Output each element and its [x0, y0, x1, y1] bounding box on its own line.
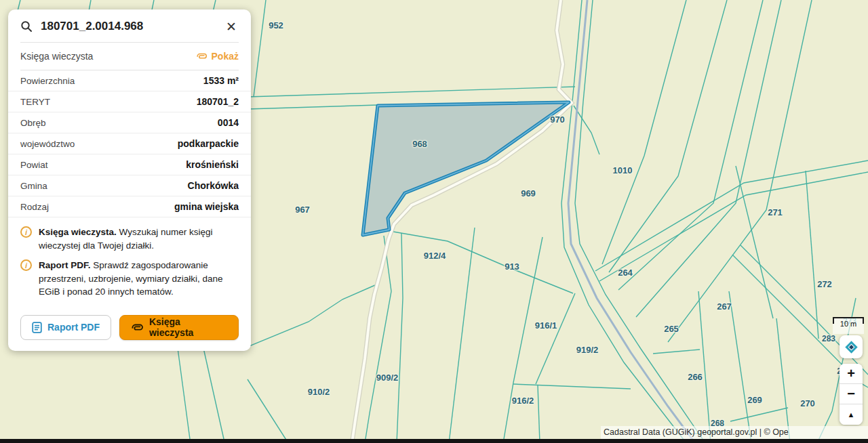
attribute-row: Obręb0014	[8, 112, 251, 133]
attribute-label: Powierzchnia	[20, 76, 203, 86]
attribute-row: TERYT180701_2	[8, 91, 251, 112]
pan-up-button[interactable]: ▲	[840, 404, 863, 425]
attribute-value: 180701_2	[197, 96, 239, 107]
scale-tick	[833, 318, 834, 324]
map-zoom-controls: + − ▲	[840, 364, 863, 425]
parcel-attributes: Powierzchnia1533 m²TERYT180701_2Obręb001…	[8, 70, 251, 217]
scale-bar: 10 m	[833, 317, 864, 334]
attribute-label: Rodzaj	[20, 202, 174, 212]
paperclip-icon	[131, 323, 144, 332]
scale-label: 10 m	[840, 320, 856, 328]
attribute-row: GminaChorkówka	[8, 175, 251, 196]
ksiega-wieczysta-label: Księga wieczysta	[149, 316, 227, 338]
map-viewport[interactable]: 9529709681010969967271912/49132642722672…	[0, 0, 868, 443]
attribute-row: Powiatkrośnieński	[8, 154, 251, 175]
attribute-value: podkarpackie	[178, 138, 239, 149]
attribute-value: 0014	[218, 117, 239, 128]
attribute-label: województwo	[20, 139, 178, 149]
attribute-row: województwopodkarpackie	[8, 133, 251, 154]
locate-button[interactable]	[840, 335, 863, 358]
info-note-text: Raport PDF. Sprawdź zagospodarowanie prz…	[39, 259, 239, 299]
attribute-value: Chorkówka	[188, 180, 239, 191]
document-icon	[32, 322, 42, 333]
bottom-black-bar	[0, 439, 868, 443]
kw-show-label: Pokaż	[212, 51, 239, 62]
panel-header: 180701_2.0014.968 ✕	[8, 9, 251, 42]
paperclip-icon	[196, 52, 208, 60]
parcel-info-panel: 180701_2.0014.968 ✕ Księga wieczysta Pok…	[8, 9, 251, 351]
kw-show-link[interactable]: Pokaż	[196, 51, 239, 62]
info-icon: i	[20, 259, 32, 271]
attribute-label: Obręb	[20, 118, 218, 128]
zoom-out-button[interactable]: −	[840, 384, 863, 404]
attribute-label: Gmina	[20, 181, 188, 191]
info-note: iRaport PDF. Sprawdź zagospodarowanie pr…	[20, 259, 239, 299]
attribute-row: Powierzchnia1533 m²	[8, 70, 251, 91]
scale-tick	[863, 318, 864, 324]
report-pdf-label: Raport PDF	[47, 322, 100, 333]
info-note: iKsięga wieczysta. Wyszukaj numer księgi…	[20, 226, 239, 252]
kw-label: Księga wieczysta	[20, 51, 196, 62]
info-note-text: Księga wieczysta. Wyszukaj numer księgi …	[39, 226, 239, 252]
attribute-value: krośnieński	[186, 159, 239, 170]
parcel-id-title: 180701_2.0014.968	[41, 20, 224, 33]
kw-row: Księga wieczysta Pokaż	[8, 43, 251, 70]
attribute-row: Rodzajgmina wiejska	[8, 196, 251, 217]
search-icon	[20, 20, 33, 33]
map-attribution: Cadastral Data (GUGiK) geoportal.gov.pl …	[601, 426, 868, 439]
attribute-label: Powiat	[20, 160, 186, 170]
panel-buttons: Raport PDF Księga wieczysta	[8, 308, 251, 340]
ksiega-wieczysta-button[interactable]: Księga wieczysta	[119, 315, 239, 340]
report-pdf-button[interactable]: Raport PDF	[20, 315, 111, 340]
info-icon: i	[20, 226, 32, 238]
panel-notes: iKsięga wieczysta. Wyszukaj numer księgi…	[8, 217, 251, 308]
attribute-value: gmina wiejska	[174, 201, 239, 212]
locate-diamond-icon	[845, 341, 857, 353]
zoom-in-button[interactable]: +	[840, 364, 863, 384]
attribute-label: TERYT	[20, 97, 197, 107]
attribute-value: 1533 m²	[203, 75, 239, 86]
close-icon[interactable]: ✕	[224, 19, 239, 34]
